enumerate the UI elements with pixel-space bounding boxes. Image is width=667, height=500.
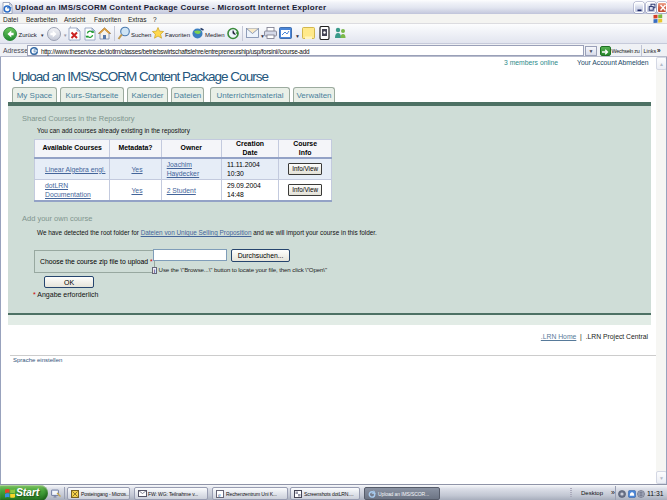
svg-text:e: e bbox=[218, 491, 221, 497]
